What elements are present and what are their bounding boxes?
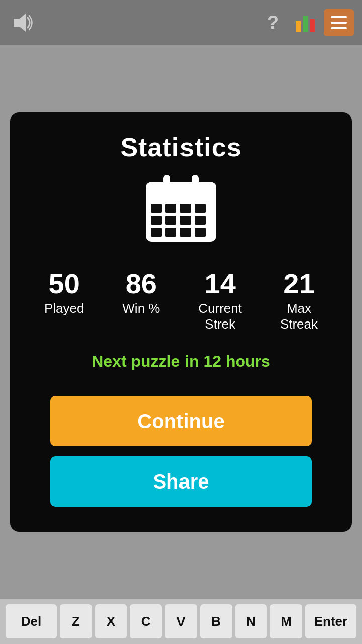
speaker-icon[interactable] bbox=[8, 9, 35, 36]
stat-played: 50 Played bbox=[44, 268, 84, 333]
key-b[interactable]: B bbox=[200, 604, 232, 638]
help-icon[interactable]: ? bbox=[259, 9, 287, 36]
svg-rect-19 bbox=[180, 228, 191, 237]
svg-rect-17 bbox=[151, 228, 162, 237]
key-n[interactable]: N bbox=[235, 604, 267, 638]
svg-rect-12 bbox=[195, 204, 206, 213]
menu-icon[interactable] bbox=[324, 9, 354, 36]
keyboard: Del Z X C V B N M Enter bbox=[0, 599, 362, 644]
key-m[interactable]: M bbox=[270, 604, 302, 638]
svg-rect-2 bbox=[303, 16, 308, 32]
key-v[interactable]: V bbox=[165, 604, 197, 638]
top-bar: ? bbox=[0, 0, 362, 45]
stat-win-pct: 86 Win % bbox=[122, 268, 160, 333]
svg-rect-16 bbox=[195, 216, 206, 225]
modal-title: Statistics bbox=[120, 132, 241, 163]
svg-rect-20 bbox=[195, 228, 206, 237]
share-button[interactable]: Share bbox=[50, 456, 312, 507]
svg-rect-10 bbox=[165, 204, 176, 213]
svg-rect-18 bbox=[165, 228, 176, 237]
svg-marker-0 bbox=[14, 14, 26, 32]
key-del[interactable]: Del bbox=[6, 604, 57, 638]
key-c[interactable]: C bbox=[130, 604, 162, 638]
main-area: Statistics bbox=[0, 45, 362, 599]
stats-row: 50 Played 86 Win % 14 CurrentStrek 21 Ma… bbox=[25, 268, 337, 333]
stat-max-streak: 21 MaxStreak bbox=[280, 268, 318, 333]
svg-rect-1 bbox=[296, 21, 301, 32]
key-enter[interactable]: Enter bbox=[305, 604, 356, 638]
bar-chart-icon[interactable] bbox=[292, 9, 319, 36]
svg-rect-13 bbox=[151, 216, 162, 225]
svg-rect-11 bbox=[180, 204, 191, 213]
svg-rect-3 bbox=[310, 19, 315, 32]
svg-rect-9 bbox=[151, 204, 162, 213]
next-puzzle-text: Next puzzle in 12 hours bbox=[92, 352, 270, 371]
svg-rect-14 bbox=[165, 216, 176, 225]
calendar-icon bbox=[141, 173, 221, 248]
key-z[interactable]: Z bbox=[60, 604, 92, 638]
svg-rect-15 bbox=[180, 216, 191, 225]
key-x[interactable]: X bbox=[95, 604, 127, 638]
svg-rect-8 bbox=[146, 193, 216, 199]
stat-current-streak: 14 CurrentStrek bbox=[198, 268, 242, 333]
statistics-modal: Statistics bbox=[10, 112, 352, 532]
continue-button[interactable]: Continue bbox=[50, 396, 312, 446]
